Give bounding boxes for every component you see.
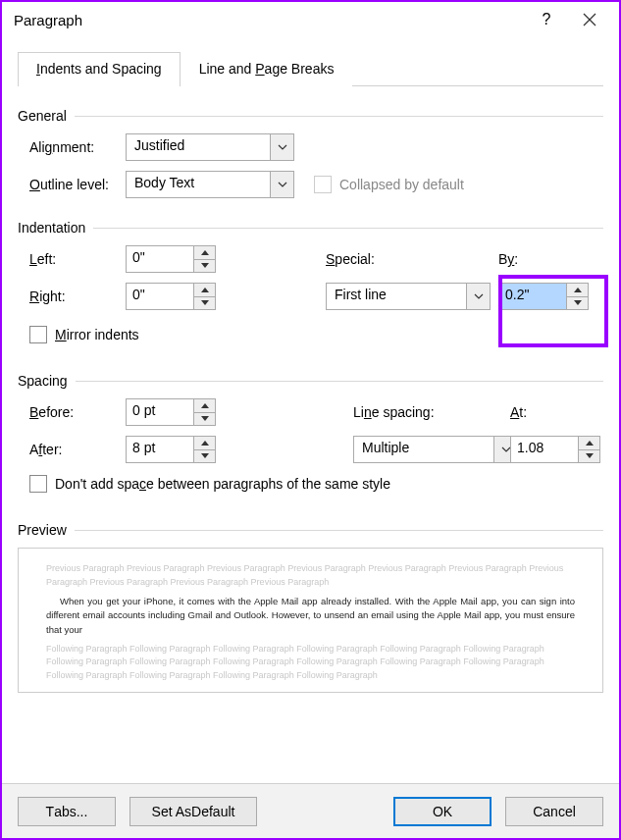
dont-add-space-checkbox[interactable]: Don't add space between paragraphs of th… [29, 475, 390, 493]
preview-body-text: When you get your iPhone, it comes with … [46, 595, 575, 637]
outline-level-value: Body Text [127, 172, 270, 197]
spacing-before-label: Before: [29, 404, 74, 420]
highlighted-region [498, 275, 608, 347]
indent-left-value: 0" [127, 246, 193, 272]
title-bar: Paragraph ? [2, 2, 619, 37]
spin-down-icon[interactable] [579, 450, 599, 463]
tab-line-page-breaks[interactable]: Line and Page Breaks [181, 52, 353, 86]
checkbox-box [29, 326, 47, 343]
dialog-footer: Tabs... Set As Default OK Cancel [2, 783, 619, 838]
svg-marker-2 [201, 250, 209, 255]
close-button[interactable] [568, 5, 611, 34]
indent-by-label: By: [498, 251, 518, 267]
chevron-down-icon [466, 284, 490, 309]
tab-strip: Indents and Spacing Line and Page Breaks [18, 51, 603, 86]
special-label: Special: [326, 251, 375, 267]
svg-marker-8 [201, 403, 209, 408]
spacing-after-label: After: [29, 442, 62, 457]
svg-marker-13 [586, 453, 594, 458]
checkbox-box [314, 176, 332, 193]
indent-right-value: 0" [127, 284, 193, 309]
spacing-after-spinner[interactable]: 8 pt [126, 436, 216, 463]
set-as-default-button[interactable]: Set As Default [129, 797, 257, 826]
spacing-at-spinner[interactable]: 1.08 [510, 436, 600, 463]
spacing-at-label: At: [510, 404, 527, 420]
spin-up-icon[interactable] [194, 437, 215, 450]
chevron-down-icon [270, 134, 293, 160]
spin-up-icon[interactable] [194, 399, 215, 413]
spacing-after-value: 8 pt [127, 437, 193, 462]
general-header-label: General [18, 108, 67, 124]
preview-area: Previous Paragraph Previous Paragraph Pr… [18, 548, 603, 693]
spacing-at-value: 1.08 [511, 437, 578, 462]
alignment-combo[interactable]: Justified [126, 133, 294, 161]
close-icon [583, 13, 596, 26]
mirror-indents-label: Mirror indents [55, 327, 139, 342]
indentation-header-label: Indentation [18, 220, 85, 236]
indent-left-spinner[interactable]: 0" [126, 245, 216, 273]
alignment-label: Alignment: [29, 139, 94, 155]
indent-left-label: Left: [29, 251, 56, 267]
checkbox-box [29, 475, 47, 493]
line-spacing-label: Line spacing: [353, 404, 435, 420]
section-spacing: Spacing [18, 373, 603, 389]
mirror-indents-checkbox[interactable]: Mirror indents [29, 326, 139, 343]
dialog-title: Paragraph [14, 12, 82, 28]
spin-down-icon[interactable] [194, 260, 215, 273]
line-spacing-value: Multiple [354, 437, 493, 462]
svg-marker-9 [201, 416, 209, 421]
preview-following-text: Following Paragraph Following Paragraph … [46, 643, 575, 683]
preview-header-label: Preview [18, 522, 67, 538]
section-indentation: Indentation [18, 220, 603, 236]
svg-marker-12 [586, 441, 594, 446]
collapsed-default-checkbox: Collapsed by default [314, 176, 464, 193]
svg-marker-5 [201, 300, 209, 305]
svg-marker-3 [201, 263, 209, 268]
dont-add-space-label: Don't add space between paragraphs of th… [55, 476, 390, 492]
spacing-before-spinner[interactable]: 0 pt [126, 398, 216, 426]
special-value: First line [327, 284, 466, 309]
preview-previous-text: Previous Paragraph Previous Paragraph Pr… [46, 562, 575, 589]
spin-down-icon[interactable] [194, 450, 215, 463]
special-combo[interactable]: First line [326, 283, 491, 310]
indent-right-label: Right: [29, 289, 66, 304]
svg-marker-11 [201, 453, 209, 458]
spin-down-icon[interactable] [194, 413, 215, 426]
alignment-value: Justified [127, 134, 270, 160]
spin-up-icon[interactable] [579, 437, 599, 450]
cancel-button[interactable]: Cancel [505, 797, 603, 826]
tab-indents-spacing[interactable]: Indents and Spacing [18, 52, 181, 86]
section-general: General [18, 108, 603, 124]
outline-level-combo[interactable]: Body Text [126, 171, 294, 198]
indent-right-spinner[interactable]: 0" [126, 283, 216, 310]
spacing-header-label: Spacing [18, 373, 68, 389]
help-button[interactable]: ? [525, 5, 568, 34]
chevron-down-icon [270, 172, 293, 197]
spin-up-icon[interactable] [194, 284, 215, 297]
ok-button[interactable]: OK [393, 797, 492, 826]
tabs-button[interactable]: Tabs... [18, 797, 116, 826]
line-spacing-combo[interactable]: Multiple [353, 436, 518, 463]
collapsed-default-label: Collapsed by default [339, 177, 464, 192]
section-preview: Preview [18, 522, 603, 538]
outline-level-label: Outline level: [29, 177, 109, 192]
svg-marker-4 [201, 288, 209, 292]
spacing-before-value: 0 pt [127, 399, 193, 425]
spin-down-icon[interactable] [194, 297, 215, 310]
svg-marker-10 [201, 441, 209, 446]
spin-up-icon[interactable] [194, 246, 215, 260]
